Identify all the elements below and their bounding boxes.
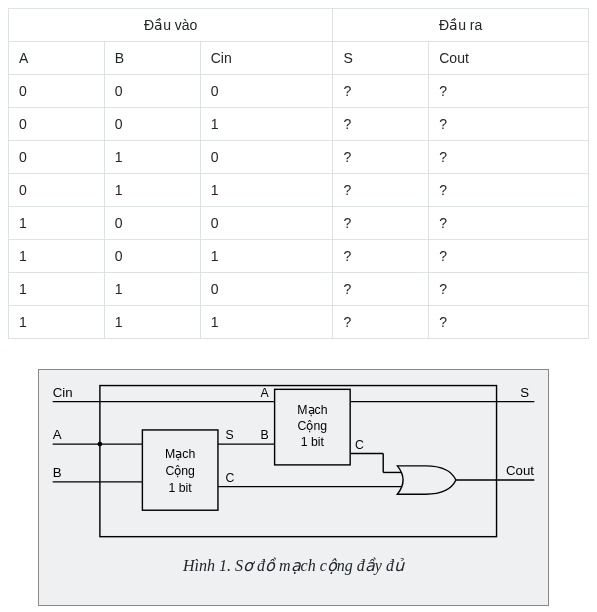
table-row: 011?? (9, 174, 589, 207)
table-header-row: A B Cin S Cout (9, 42, 589, 75)
header-inputs: Đầu vào (9, 9, 333, 42)
label-cout: Cout (506, 463, 534, 478)
ha2-line2: Cộng (298, 419, 328, 433)
table-row: 111?? (9, 306, 589, 339)
ha2-c-label: C (355, 438, 364, 452)
header-outputs: Đầu ra (333, 9, 589, 42)
ha2-line1: Mạch (297, 403, 327, 417)
label-s: S (520, 385, 529, 400)
table-group-row: Đầu vào Đầu ra (9, 9, 589, 42)
ha1-s-label: S (226, 428, 234, 442)
label-b: B (53, 465, 62, 480)
ha1-line3: 1 bit (169, 481, 193, 495)
full-adder-diagram: Cin A A B Mạch Cộng 1 bit S B C Mạch Cộn… (43, 378, 544, 548)
table-body: 000?? 001?? 010?? 011?? 100?? 101?? 110?… (9, 75, 589, 339)
col-a: A (9, 42, 105, 75)
diagram-frame: Cin A A B Mạch Cộng 1 bit S B C Mạch Cộn… (38, 369, 549, 606)
ha1-line1: Mạch (165, 447, 195, 461)
table-row: 001?? (9, 108, 589, 141)
ha1-c-label: C (226, 471, 235, 485)
ha2-port-a: A (260, 386, 269, 400)
table-row: 010?? (9, 141, 589, 174)
or-gate-icon (397, 466, 456, 494)
col-s: S (333, 42, 429, 75)
wire-node (98, 442, 103, 447)
table-row: 110?? (9, 273, 589, 306)
ha1-line2: Cộng (165, 464, 195, 478)
truth-table: Đầu vào Đầu ra A B Cin S Cout 000?? 001?… (8, 8, 589, 339)
table-row: 101?? (9, 240, 589, 273)
label-a: A (53, 427, 62, 442)
table-row: 000?? (9, 75, 589, 108)
ha2-line3: 1 bit (301, 435, 325, 449)
col-cin: Cin (200, 42, 333, 75)
label-cin: Cin (53, 385, 73, 400)
diagram-container: Cin A A B Mạch Cộng 1 bit S B C Mạch Cộn… (8, 359, 589, 612)
ha2-port-b: B (260, 428, 268, 442)
col-b: B (104, 42, 200, 75)
col-cout: Cout (429, 42, 589, 75)
figure-caption: Hình 1. Sơ đồ mạch cộng đầy đủ (43, 556, 544, 575)
table-row: 100?? (9, 207, 589, 240)
